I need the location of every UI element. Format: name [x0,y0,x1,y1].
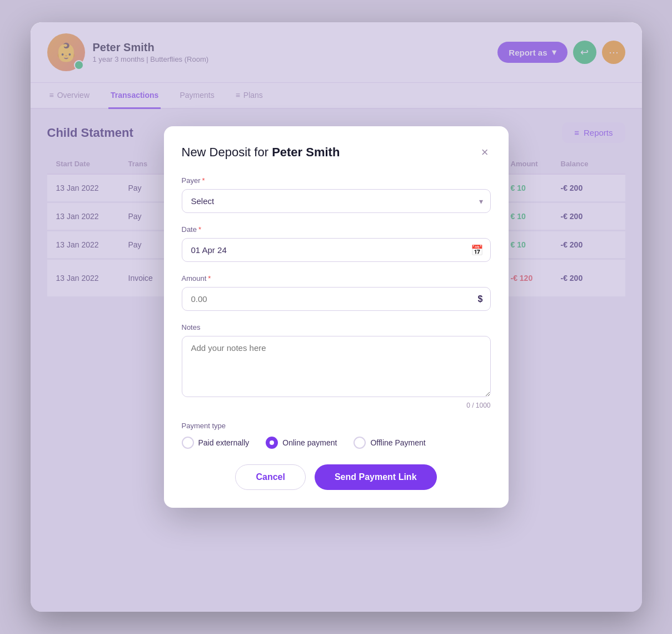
radio-label-online-payment: Online payment [282,438,337,447]
amount-required: * [208,274,211,283]
app-container: 👶 Peter Smith 1 year 3 months | Butterfl… [31,22,642,612]
radio-offline-payment[interactable]: Offline Payment [354,437,425,449]
send-payment-link-button[interactable]: Send Payment Link [315,464,437,490]
amount-input[interactable] [182,287,491,311]
radio-circle-online-payment [266,437,278,449]
modal-header: New Deposit for Peter Smith × [182,144,491,161]
modal-overlay: New Deposit for Peter Smith × Payer * Se… [31,22,642,612]
modal-footer: Cancel Send Payment Link [182,464,491,490]
date-label: Date * [182,225,491,234]
radio-online-payment[interactable]: Online payment [266,437,337,449]
notes-textarea[interactable] [182,336,491,397]
amount-wrap: $ [182,287,491,311]
amount-group: Amount * $ [182,274,491,311]
payer-select-wrap: Select ▾ [182,189,491,213]
amount-label: Amount * [182,274,491,283]
date-input[interactable] [182,238,491,262]
char-count: 0 / 1000 [182,402,491,409]
notes-label: Notes [182,323,491,331]
radio-group: Paid externally Online payment Offline P… [182,437,491,449]
payer-label: Payer * [182,176,491,185]
date-wrap: 📅 [182,238,491,262]
notes-group: Notes 0 / 1000 [182,323,491,409]
deposit-modal: New Deposit for Peter Smith × Payer * Se… [164,126,509,508]
payment-type-section: Payment type Paid externally Online paym… [182,422,491,449]
date-group: Date * 📅 [182,225,491,262]
payer-select[interactable]: Select [182,189,491,213]
radio-circle-offline-payment [354,437,366,449]
payment-type-label: Payment type [182,422,491,430]
radio-paid-externally[interactable]: Paid externally [182,437,250,449]
modal-close-button[interactable]: × [479,144,491,161]
radio-label-offline-payment: Offline Payment [370,438,425,447]
date-required: * [198,225,201,234]
radio-circle-paid-externally [182,437,194,449]
cancel-button[interactable]: Cancel [235,464,305,490]
currency-symbol: $ [478,294,483,304]
modal-title: New Deposit for Peter Smith [182,145,340,160]
payer-required: * [202,176,205,185]
payer-group: Payer * Select ▾ [182,176,491,213]
radio-label-paid-externally: Paid externally [198,438,250,447]
